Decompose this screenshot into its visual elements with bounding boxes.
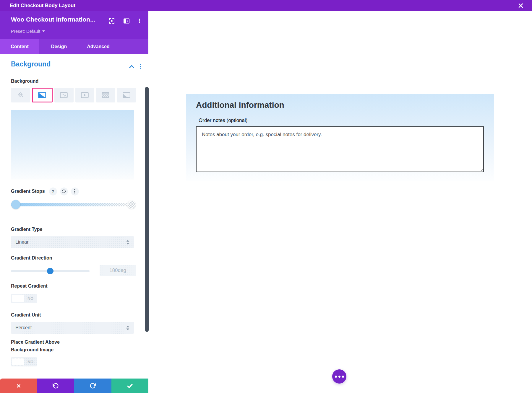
toggle-knob (12, 295, 24, 302)
bg-type-image-button[interactable] (54, 88, 74, 102)
focus-module-button[interactable] (108, 17, 116, 25)
toggle-state-text: NO (27, 296, 34, 301)
order-notes-textarea[interactable] (196, 126, 484, 172)
page-canvas: Additional information Order notes (opti… (148, 11, 532, 393)
panel-menu-button[interactable] (135, 17, 144, 25)
toggle-state-text: NO (27, 360, 34, 364)
question-icon: ? (52, 189, 54, 194)
builder-options-button[interactable] (332, 369, 346, 384)
bg-type-video-button[interactable] (75, 88, 95, 102)
gradient-preview (11, 110, 134, 180)
panel-action-bar (0, 379, 148, 393)
options-menu-button[interactable] (71, 187, 79, 195)
help-button[interactable]: ? (49, 187, 57, 195)
panel-scrollbar-thumb[interactable] (145, 87, 149, 332)
repeat-gradient-toggle[interactable]: NO (11, 294, 37, 303)
close-icon (518, 2, 524, 9)
modal-title: Edit Checkout Body Layout (10, 3, 75, 9)
gradient-direction-value: 180deg (109, 268, 126, 273)
bg-type-color-button[interactable] (11, 88, 30, 102)
kebab-menu-icon (138, 64, 143, 69)
gradient-type-value: Linear (15, 239, 28, 245)
place-gradient-above-label: Place Gradient Above Background Image (11, 338, 74, 354)
save-button[interactable] (111, 379, 149, 393)
redo-icon (90, 383, 96, 389)
kebab-menu-icon (73, 189, 77, 194)
caret-down-icon (42, 30, 45, 32)
tab-bar: Content Design Advanced (0, 39, 148, 54)
gradient-unit-select[interactable]: Percent (11, 322, 134, 334)
repeat-gradient-label: Repeat Gradient (11, 283, 48, 289)
gradient-stops-slider[interactable] (11, 200, 136, 210)
panel-position-button[interactable] (122, 17, 131, 25)
chevron-up-icon (129, 65, 134, 69)
focus-icon (108, 17, 115, 25)
bg-type-pattern-button[interactable] (96, 88, 115, 102)
gradient-stops-track[interactable] (11, 203, 136, 206)
image-icon (60, 92, 68, 98)
close-icon (16, 384, 21, 388)
settings-panel: Woo Checkout Information... (0, 11, 148, 393)
undo-icon (62, 189, 66, 193)
reset-button[interactable] (60, 187, 68, 195)
gradient-direction-label: Gradient Direction (11, 255, 52, 261)
bg-type-mask-button[interactable] (117, 88, 136, 102)
tab-content[interactable]: Content (0, 39, 39, 54)
background-field-label: Background (11, 79, 38, 84)
discard-button[interactable] (0, 379, 37, 393)
check-icon (127, 384, 133, 388)
undo-icon (53, 383, 59, 389)
preset-label: Preset: Default (11, 29, 40, 34)
mask-icon (123, 92, 130, 98)
gradient-unit-value: Percent (15, 325, 32, 330)
background-section-title: Background (11, 60, 51, 68)
section-menu-button[interactable] (137, 63, 144, 70)
panel-header: Woo Checkout Information... (0, 11, 148, 39)
additional-information-heading: Additional information (196, 100, 284, 110)
color-bucket-icon (17, 92, 24, 99)
background-type-switcher (11, 88, 136, 102)
slider-knob[interactable] (47, 268, 53, 274)
sidebar-layout-icon (123, 17, 130, 25)
preset-selector[interactable]: Preset: Default (11, 29, 45, 34)
module-title: Woo Checkout Information... (11, 16, 95, 23)
gradient-direction-input[interactable]: 180deg (100, 265, 136, 276)
gradient-direction-slider[interactable] (11, 265, 90, 277)
select-arrows-icon (126, 325, 129, 330)
select-arrows-icon (126, 240, 129, 245)
place-gradient-above-toggle[interactable]: NO (11, 357, 37, 366)
redo-button[interactable] (74, 379, 111, 393)
gradient-unit-label: Gradient Unit (11, 312, 41, 318)
modal-titlebar: Edit Checkout Body Layout (0, 0, 532, 11)
gradient-stops-header: Gradient Stops ? (11, 187, 79, 195)
video-icon (81, 92, 89, 98)
kebab-menu-icon (136, 18, 143, 24)
gradient-stop-handle-start[interactable] (11, 200, 20, 209)
pattern-icon (102, 92, 109, 98)
tab-advanced[interactable]: Advanced (79, 39, 118, 54)
bg-type-gradient-button[interactable] (32, 88, 53, 102)
close-button[interactable] (515, 0, 527, 11)
gradient-stops-label: Gradient Stops (11, 189, 45, 194)
gradient-stop-handle-end[interactable] (127, 200, 136, 209)
collapse-section-button[interactable] (128, 63, 135, 70)
tab-design[interactable]: Design (39, 39, 79, 54)
additional-information-section[interactable]: Additional information Order notes (opti… (186, 94, 494, 181)
gradient-type-select[interactable]: Linear (11, 236, 134, 248)
order-notes-label: Order notes (optional) (199, 118, 247, 123)
toggle-knob (12, 358, 24, 366)
ellipsis-icon (335, 376, 337, 378)
gradient-icon (38, 92, 46, 98)
undo-button[interactable] (37, 379, 74, 393)
gradient-type-label: Gradient Type (11, 227, 42, 232)
